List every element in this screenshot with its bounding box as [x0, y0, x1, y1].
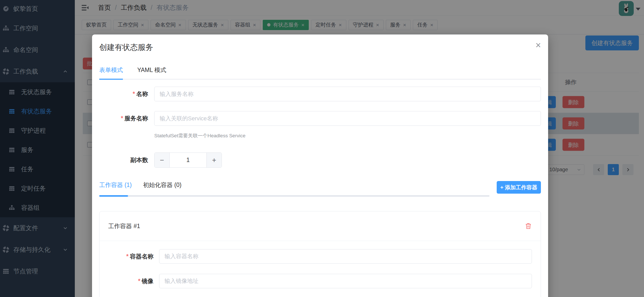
create-statefulset-modal: × 创建有状态服务 表单模式 YAML 模式 *名称 *服务名称 Statefu…: [92, 34, 548, 297]
active-tab-indicator: [99, 195, 128, 197]
modal-title: 创建有状态服务: [99, 34, 541, 53]
container-name-label: *容器名称: [99, 253, 159, 260]
work-container-card: 工作容器 #1 *容器名称 *镜像: [99, 211, 541, 297]
service-label: *服务名称: [99, 114, 154, 122]
image-input[interactable]: [159, 274, 532, 288]
minus-icon[interactable]: −: [155, 153, 170, 167]
required-mark: *: [121, 115, 123, 122]
replicas-label: 副本数: [99, 156, 154, 164]
form-row-container-name: *容器名称: [99, 249, 532, 264]
replicas-value[interactable]: 1: [170, 153, 206, 167]
image-label: *镜像: [99, 277, 159, 285]
replicas-stepper: − 1 +: [154, 152, 222, 168]
modal-mode-tabs: 表单模式 YAML 模式: [99, 66, 541, 79]
card-header: 工作容器 #1: [99, 211, 541, 241]
card-body: *容器名称 *镜像: [99, 241, 541, 297]
form-row-service: *服务名称: [99, 111, 541, 126]
container-name-input[interactable]: [159, 249, 532, 264]
container-tabs-track: [99, 195, 489, 197]
form-row-replicas: 副本数 − 1 +: [99, 152, 541, 168]
tab-work-containers[interactable]: 工作容器 (1): [99, 181, 132, 189]
card-title: 工作容器 #1: [108, 222, 140, 230]
plus-icon[interactable]: +: [206, 153, 222, 167]
required-mark: *: [126, 253, 129, 260]
container-tabs-row: 工作容器 (1) 初始化容器 (0) + 添加工作容器: [99, 181, 541, 197]
close-icon[interactable]: ×: [536, 41, 541, 50]
tab-form-mode[interactable]: 表单模式: [99, 66, 123, 80]
form-row-image: *镜像: [99, 274, 532, 288]
service-name-input[interactable]: [154, 87, 541, 101]
tab-yaml-mode[interactable]: YAML 模式: [137, 66, 166, 79]
statefulset-form: *名称 *服务名称 StatefulSet需要关联一个Headless Serv…: [99, 87, 541, 297]
name-label: *名称: [99, 90, 154, 98]
required-mark: *: [133, 91, 135, 97]
form-row-name: *名称: [99, 87, 541, 101]
headless-service-hint: StatefulSet需要关联一个Headless Service: [154, 132, 541, 139]
trash-icon[interactable]: [525, 222, 532, 230]
container-tabs: 工作容器 (1) 初始化容器 (0): [99, 181, 489, 197]
tab-init-containers[interactable]: 初始化容器 (0): [143, 181, 182, 189]
headless-service-input[interactable]: [154, 111, 541, 126]
add-work-container-button[interactable]: + 添加工作容器: [497, 181, 541, 194]
required-mark: *: [138, 278, 140, 284]
